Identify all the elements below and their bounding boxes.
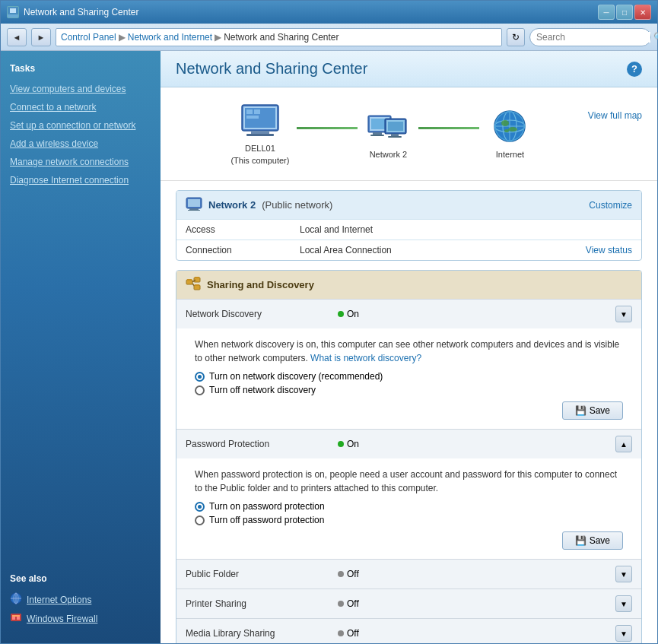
- password-protection-off-option[interactable]: Turn off password protection: [195, 515, 623, 525]
- media-library-sharing-status: Off: [338, 628, 359, 639]
- svg-rect-13: [251, 131, 269, 134]
- public-folder-status-text: Off: [347, 569, 359, 579]
- breadcrumb: Control Panel ▶ Network and Internet ▶ N…: [56, 28, 502, 46]
- printer-sharing-dot: [338, 601, 344, 607]
- internet-icon: [487, 109, 532, 147]
- content-panel: Network and Sharing Center ?: [161, 51, 657, 643]
- printer-sharing-status: Off: [338, 598, 359, 609]
- network-info-icon: [186, 197, 202, 213]
- search-icon: 🔍: [653, 32, 658, 43]
- svg-rect-27: [391, 134, 399, 136]
- printer-sharing-header[interactable]: Printer Sharing Off ▼: [176, 589, 641, 618]
- public-folder-section: Public Folder Off ▼: [176, 559, 641, 588]
- forward-button[interactable]: ►: [31, 28, 51, 46]
- svg-rect-49: [195, 284, 199, 286]
- network-discovery-dot: [338, 311, 344, 317]
- windows-firewall-icon: [10, 611, 22, 626]
- customize-link[interactable]: Customize: [589, 200, 632, 211]
- sharing-title: Sharing and Discovery: [207, 279, 314, 290]
- network-info-header: Network 2 (Public network) Customize: [176, 191, 641, 219]
- maximize-button[interactable]: □: [616, 5, 633, 20]
- breadcrumb-sep-1: ▶: [119, 32, 126, 43]
- internet-label: Internet: [496, 150, 524, 159]
- network-discovery-chevron[interactable]: ▼: [615, 306, 632, 322]
- main-window: Network and Sharing Center ─ □ ✕ ◄ ► Con…: [0, 0, 658, 644]
- password-protection-save-button[interactable]: 💾 Save: [562, 531, 623, 550]
- connector-1: [289, 127, 365, 129]
- sidebar-item-internet-options[interactable]: Internet Options: [10, 590, 151, 609]
- address-bar: ◄ ► Control Panel ▶ Network and Internet…: [1, 24, 657, 51]
- media-library-sharing-section: Media Library Sharing Off ▼: [176, 618, 641, 643]
- network-discovery-on-option[interactable]: Turn on network discovery (recommended): [195, 371, 623, 382]
- radio-on-dot: [198, 375, 202, 379]
- help-button[interactable]: ?: [627, 62, 642, 77]
- access-row: Access Local and Internet: [176, 219, 641, 240]
- search-input[interactable]: [536, 32, 650, 43]
- svg-rect-14: [246, 134, 274, 136]
- svg-rect-39: [188, 199, 200, 207]
- network-discovery-header[interactable]: Network Discovery On ▼: [176, 300, 641, 328]
- media-library-sharing-status-text: Off: [347, 628, 359, 639]
- password-protection-desc: When password protection is on, people n…: [195, 468, 623, 495]
- back-button[interactable]: ◄: [7, 28, 27, 46]
- connector-2: [411, 127, 487, 129]
- computer-label: DELL01: [245, 144, 275, 153]
- computer-node: DELL01 (This computer): [230, 103, 289, 165]
- radio-off-label: Turn off network discovery: [209, 385, 316, 395]
- svg-rect-45: [195, 277, 199, 278]
- public-folder-label: Public Folder: [186, 569, 338, 579]
- network2-node: Network 2: [365, 109, 411, 159]
- sidebar-item-view-computers[interactable]: View computers and devices: [1, 80, 161, 98]
- sidebar-item-manage-connections[interactable]: Manage network connections: [1, 153, 161, 171]
- public-folder-chevron[interactable]: ▼: [615, 566, 632, 582]
- windows-firewall-label: Windows Firewall: [27, 614, 97, 624]
- breadcrumb-control-panel[interactable]: Control Panel: [61, 32, 116, 43]
- svg-rect-2: [10, 8, 16, 13]
- connection-value: Local Area Connection: [300, 245, 586, 255]
- password-protection-options: Turn on password protection Turn off pas…: [195, 501, 623, 525]
- radio-on-label: Turn on network discovery (recommended): [209, 371, 383, 382]
- view-status-link[interactable]: View status: [586, 245, 632, 255]
- pw-radio-off-label: Turn off password protection: [209, 515, 324, 525]
- network-discovery-options: Turn on network discovery (recommended) …: [195, 371, 623, 395]
- pw-radio-off-circle: [195, 516, 205, 525]
- password-protection-dot: [338, 441, 344, 447]
- network-discovery-save-button[interactable]: 💾 Save: [562, 401, 623, 420]
- sidebar-item-diagnose-internet[interactable]: Diagnose Internet connection: [1, 171, 161, 189]
- tasks-title: Tasks: [1, 60, 161, 80]
- svg-rect-10: [12, 615, 20, 617]
- printer-sharing-chevron[interactable]: ▼: [615, 595, 632, 612]
- sidebar-item-setup-connection[interactable]: Set up a connection or network: [1, 116, 161, 135]
- network2-label: Network 2: [370, 150, 408, 159]
- breadcrumb-network-internet[interactable]: Network and Internet: [128, 32, 212, 43]
- svg-point-35: [501, 120, 509, 126]
- sharing-section: Sharing and Discovery Network Discovery …: [176, 270, 642, 643]
- window-title: Network and Sharing Center: [24, 7, 138, 17]
- network-discovery-off-option[interactable]: Turn off network discovery: [195, 385, 623, 395]
- pw-radio-on-dot: [198, 505, 202, 509]
- media-library-sharing-dot: [338, 630, 344, 636]
- view-full-map-link[interactable]: View full map: [588, 110, 642, 121]
- minimize-button[interactable]: ─: [598, 5, 615, 20]
- password-protection-on-option[interactable]: Turn on password protection: [195, 501, 623, 512]
- public-folder-header[interactable]: Public Folder Off ▼: [176, 560, 641, 588]
- password-protection-header[interactable]: Password Protection On ▲: [176, 430, 641, 458]
- content-header: Network and Sharing Center ?: [161, 51, 657, 87]
- network-map-inner: DELL01 (This computer): [176, 103, 588, 165]
- network-discovery-save-row: 💾 Save: [195, 401, 623, 420]
- network2-name: Network 2: [208, 199, 256, 211]
- media-library-sharing-header[interactable]: Media Library Sharing Off ▼: [176, 619, 641, 643]
- printer-sharing-label: Printer Sharing: [186, 598, 338, 609]
- password-protection-chevron[interactable]: ▲: [615, 436, 632, 452]
- public-folder-status: Off: [338, 569, 359, 579]
- network-discovery-link[interactable]: What is network discovery?: [310, 353, 421, 363]
- refresh-button[interactable]: ↻: [507, 28, 525, 46]
- internet-options-label: Internet Options: [27, 595, 91, 605]
- password-protection-save-row: 💾 Save: [195, 531, 623, 550]
- sidebar-item-connect-network[interactable]: Connect to a network: [1, 98, 161, 116]
- sidebar-item-windows-firewall[interactable]: Windows Firewall: [10, 609, 151, 628]
- close-button[interactable]: ✕: [634, 5, 651, 20]
- svg-rect-22: [373, 132, 382, 135]
- sidebar-item-add-wireless[interactable]: Add a wireless device: [1, 135, 161, 153]
- media-library-sharing-chevron[interactable]: ▼: [615, 625, 632, 642]
